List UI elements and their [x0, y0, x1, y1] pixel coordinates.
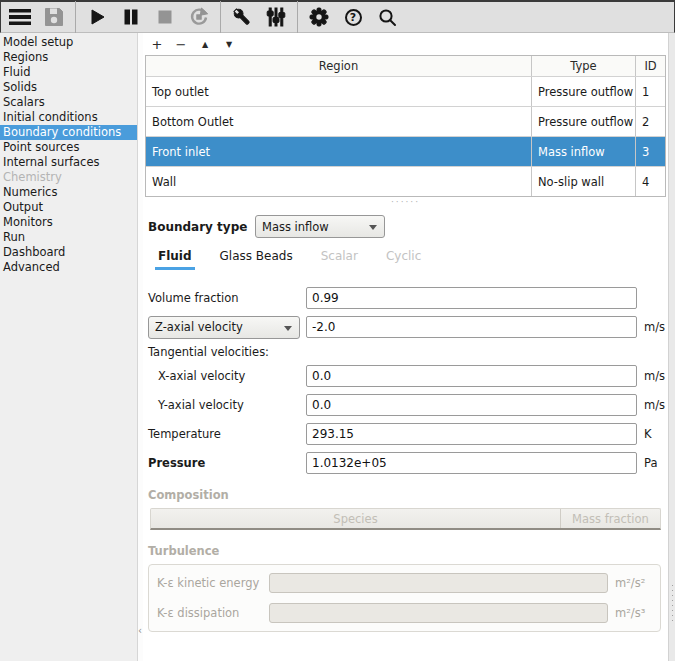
tab-glass-beads[interactable]: Glass Beads — [217, 249, 296, 270]
table-row-selected[interactable]: Front inlet Mass inflow 3 — [146, 136, 665, 166]
regions-toolbar: + − ▲ ▼ — [149, 37, 668, 53]
temperature-label: Temperature — [148, 427, 306, 441]
boundary-type-value: Mass inflow — [262, 220, 329, 234]
axial-velocity-unit: m/s — [637, 320, 663, 334]
cell-id: 2 — [635, 107, 665, 136]
boundary-type-row: Boundary type Mass inflow — [148, 215, 668, 238]
x-velocity-label: X-axial velocity — [148, 369, 306, 383]
tab-fluid[interactable]: Fluid — [155, 249, 195, 270]
navigation-sidebar: Model setup Regions Fluid Solids Scalars… — [0, 33, 138, 661]
cell-type: Pressure outflow — [531, 107, 635, 136]
move-region-down-button[interactable]: ▼ — [221, 38, 237, 52]
boundary-type-label: Boundary type — [148, 220, 255, 234]
sidebar-item-solids[interactable]: Solids — [0, 80, 137, 95]
sidebar-item-output[interactable]: Output — [0, 200, 137, 215]
kinetic-energy-row: K-ε kinetic energy m²/s² — [157, 572, 652, 594]
phase-tabbar: Fluid Glass Beads Scalar Cyclic — [155, 249, 668, 270]
vertical-scrollbar[interactable] — [668, 33, 675, 661]
hamburger-menu-icon — [9, 9, 31, 25]
cell-region: Top outlet — [146, 77, 531, 106]
add-region-button[interactable]: + — [149, 38, 165, 52]
parameters-button[interactable] — [259, 2, 293, 32]
dissipation-input[interactable] — [269, 603, 608, 623]
table-row[interactable]: Wall No-slip wall 4 — [146, 166, 665, 196]
cell-type: No-slip wall — [531, 167, 635, 196]
pressure-label: Pressure — [148, 456, 306, 470]
table-splitter-handle[interactable]: ······ — [143, 197, 668, 207]
pause-icon — [123, 8, 139, 26]
cell-region: Wall — [146, 167, 531, 196]
save-button[interactable] — [37, 2, 71, 32]
sidebar-item-scalars[interactable]: Scalars — [0, 95, 137, 110]
axial-velocity-selected: Z-axial velocity — [155, 320, 243, 334]
help-button[interactable]: ? — [336, 2, 370, 32]
turbulence-section-title: Turbulence — [148, 544, 668, 558]
column-header-id[interactable]: ID — [635, 56, 665, 76]
composition-section-title: Composition — [148, 488, 668, 502]
kinetic-energy-label: K-ε kinetic energy — [157, 576, 269, 590]
reset-button[interactable] — [182, 2, 216, 32]
wrench-icon — [232, 7, 252, 27]
regions-table: Region Type ID Top outlet Pressure outfl… — [145, 55, 666, 197]
save-floppy-icon — [44, 7, 64, 27]
sidebar-item-model-setup[interactable]: Model setup — [0, 35, 137, 50]
turbulence-groupbox: K-ε kinetic energy m²/s² K-ε dissipation… — [148, 564, 661, 632]
main-toolbar: ? — [0, 0, 675, 33]
cell-region: Bottom Outlet — [146, 107, 531, 136]
build-button[interactable] — [225, 2, 259, 32]
pressure-row: Pressure Pa — [148, 452, 663, 474]
temperature-row: Temperature K — [148, 423, 663, 445]
sidebar-item-chemistry[interactable]: Chemistry — [0, 170, 137, 185]
cell-id: 4 — [635, 167, 665, 196]
sidebar-item-advanced[interactable]: Advanced — [0, 260, 137, 275]
chevron-down-icon — [284, 326, 292, 331]
sidebar-item-monitors[interactable]: Monitors — [0, 215, 137, 230]
gear-icon — [309, 7, 329, 27]
axial-velocity-input[interactable] — [306, 316, 637, 338]
pause-button[interactable] — [114, 2, 148, 32]
x-velocity-input[interactable] — [306, 365, 637, 387]
application-window: ? Model setup Regions Fluid Solids Scala… — [0, 0, 675, 661]
column-header-type[interactable]: Type — [531, 56, 635, 76]
table-row[interactable]: Bottom Outlet Pressure outflow 2 — [146, 106, 665, 136]
help-icon: ? — [345, 9, 362, 26]
tab-scalar[interactable]: Scalar — [318, 249, 361, 270]
sliders-icon — [266, 7, 286, 27]
splitter-collapse-icon: ‹ — [138, 626, 142, 636]
volume-fraction-label: Volume fraction — [148, 291, 306, 305]
tab-cyclic[interactable]: Cyclic — [383, 249, 424, 270]
boundary-type-combobox[interactable]: Mass inflow — [255, 215, 385, 238]
tangential-velocities-heading: Tangential velocities: — [148, 345, 663, 359]
y-velocity-input[interactable] — [306, 394, 637, 416]
sidebar-item-point-sources[interactable]: Point sources — [0, 140, 137, 155]
settings-button[interactable] — [302, 2, 336, 32]
sidebar-item-numerics[interactable]: Numerics — [0, 185, 137, 200]
column-header-region[interactable]: Region — [146, 56, 531, 76]
run-button[interactable] — [80, 2, 114, 32]
menu-button[interactable] — [3, 2, 37, 32]
sidebar-item-fluid[interactable]: Fluid — [0, 65, 137, 80]
sidebar-item-dashboard[interactable]: Dashboard — [0, 245, 137, 260]
remove-region-button[interactable]: − — [173, 38, 189, 52]
sidebar-item-initial-conditions[interactable]: Initial conditions — [0, 110, 137, 125]
volume-fraction-input[interactable] — [306, 287, 637, 309]
table-row[interactable]: Top outlet Pressure outflow 1 — [146, 76, 665, 106]
search-icon — [378, 8, 397, 27]
move-region-up-button[interactable]: ▲ — [197, 38, 213, 52]
stop-button[interactable] — [148, 2, 182, 32]
play-icon — [88, 8, 106, 26]
sidebar-item-boundary-conditions[interactable]: Boundary conditions — [0, 125, 137, 140]
dissipation-row: K-ε dissipation m²/s³ — [157, 602, 652, 624]
x-velocity-unit: m/s — [637, 369, 663, 383]
kinetic-energy-input[interactable] — [269, 573, 608, 593]
sidebar-item-regions[interactable]: Regions — [0, 50, 137, 65]
kinetic-energy-unit: m²/s² — [608, 576, 652, 590]
sidebar-item-internal-surfaces[interactable]: Internal surfaces — [0, 155, 137, 170]
stop-icon — [157, 9, 173, 25]
sidebar-splitter[interactable]: ‹ — [138, 33, 143, 661]
axial-velocity-combobox[interactable]: Z-axial velocity — [148, 316, 300, 339]
sidebar-item-run[interactable]: Run — [0, 230, 137, 245]
search-button[interactable] — [370, 2, 404, 32]
pressure-input[interactable] — [306, 452, 637, 474]
temperature-input[interactable] — [306, 423, 637, 445]
